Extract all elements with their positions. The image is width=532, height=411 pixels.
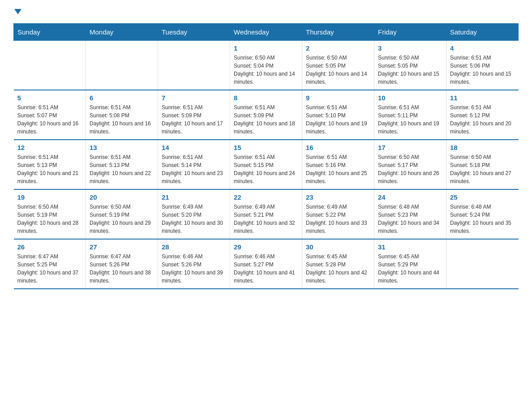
calendar-body: 1Sunrise: 6:50 AMSunset: 5:04 PMDaylight… (14, 41, 519, 289)
calendar-cell: 26Sunrise: 6:47 AMSunset: 5:25 PMDayligh… (14, 239, 86, 289)
calendar-cell: 15Sunrise: 6:51 AMSunset: 5:15 PMDayligh… (230, 140, 302, 189)
calendar-cell: 6Sunrise: 6:51 AMSunset: 5:08 PMDaylight… (86, 90, 158, 140)
calendar-cell: 1Sunrise: 6:50 AMSunset: 5:04 PMDaylight… (230, 41, 302, 90)
day-number: 3 (378, 44, 442, 52)
day-number: 6 (90, 94, 154, 102)
day-number: 19 (17, 193, 82, 201)
calendar-cell (86, 41, 158, 90)
day-info: Sunrise: 6:46 AMSunset: 5:26 PMDaylight:… (162, 253, 226, 285)
day-header-sunday: Sunday (14, 24, 86, 41)
day-number: 26 (17, 243, 82, 251)
day-info: Sunrise: 6:51 AMSunset: 5:09 PMDaylight:… (234, 103, 298, 136)
day-number: 22 (234, 193, 298, 201)
day-number: 28 (162, 243, 226, 251)
day-number: 2 (306, 44, 370, 52)
calendar-week-row: 19Sunrise: 6:50 AMSunset: 5:19 PMDayligh… (14, 189, 519, 239)
day-info: Sunrise: 6:45 AMSunset: 5:29 PMDaylight:… (378, 253, 442, 285)
day-info: Sunrise: 6:51 AMSunset: 5:08 PMDaylight:… (90, 103, 154, 136)
day-info: Sunrise: 6:50 AMSunset: 5:04 PMDaylight:… (234, 54, 298, 86)
day-number: 11 (450, 94, 515, 102)
day-number: 13 (90, 144, 154, 151)
calendar-cell: 2Sunrise: 6:50 AMSunset: 5:05 PMDaylight… (302, 41, 374, 90)
calendar-cell: 23Sunrise: 6:49 AMSunset: 5:22 PMDayligh… (302, 189, 374, 239)
day-number: 20 (90, 193, 154, 201)
day-number: 23 (306, 193, 370, 201)
calendar-cell: 30Sunrise: 6:45 AMSunset: 5:28 PMDayligh… (302, 239, 374, 289)
day-number: 7 (162, 94, 226, 102)
day-info: Sunrise: 6:50 AMSunset: 5:19 PMDaylight:… (90, 203, 154, 235)
calendar-week-row: 26Sunrise: 6:47 AMSunset: 5:25 PMDayligh… (14, 239, 519, 289)
calendar-cell: 13Sunrise: 6:51 AMSunset: 5:13 PMDayligh… (86, 140, 158, 189)
calendar-cell: 8Sunrise: 6:51 AMSunset: 5:09 PMDaylight… (230, 90, 302, 140)
calendar-cell: 31Sunrise: 6:45 AMSunset: 5:29 PMDayligh… (374, 239, 446, 289)
calendar-cell: 25Sunrise: 6:48 AMSunset: 5:24 PMDayligh… (446, 189, 519, 239)
day-number: 1 (234, 44, 298, 52)
day-header-saturday: Saturday (446, 24, 519, 41)
day-number: 4 (450, 44, 515, 52)
day-header-monday: Monday (86, 24, 158, 41)
day-header-friday: Friday (374, 24, 446, 41)
calendar-cell: 16Sunrise: 6:51 AMSunset: 5:16 PMDayligh… (302, 140, 374, 189)
calendar-cell: 18Sunrise: 6:50 AMSunset: 5:18 PMDayligh… (446, 140, 519, 189)
day-headers-row: SundayMondayTuesdayWednesdayThursdayFrid… (14, 24, 519, 41)
day-info: Sunrise: 6:51 AMSunset: 5:15 PMDaylight:… (234, 153, 298, 185)
day-info: Sunrise: 6:50 AMSunset: 5:18 PMDaylight:… (450, 153, 515, 185)
day-info: Sunrise: 6:50 AMSunset: 5:17 PMDaylight:… (378, 153, 442, 185)
day-info: Sunrise: 6:51 AMSunset: 5:13 PMDaylight:… (17, 153, 82, 185)
day-info: Sunrise: 6:49 AMSunset: 5:21 PMDaylight:… (234, 203, 298, 235)
day-number: 29 (234, 243, 298, 251)
day-number: 27 (90, 243, 154, 251)
day-info: Sunrise: 6:48 AMSunset: 5:24 PMDaylight:… (450, 203, 515, 235)
day-number: 10 (378, 94, 442, 102)
logo (13, 9, 21, 14)
day-info: Sunrise: 6:51 AMSunset: 5:16 PMDaylight:… (306, 153, 370, 185)
day-number: 12 (17, 144, 82, 151)
calendar-cell: 19Sunrise: 6:50 AMSunset: 5:19 PMDayligh… (14, 189, 86, 239)
calendar-header: SundayMondayTuesdayWednesdayThursdayFrid… (14, 24, 519, 41)
calendar-table: SundayMondayTuesdayWednesdayThursdayFrid… (13, 23, 519, 289)
day-header-tuesday: Tuesday (158, 24, 230, 41)
day-number: 21 (162, 193, 226, 201)
logo-triangle-icon (14, 9, 21, 14)
calendar-cell: 24Sunrise: 6:48 AMSunset: 5:23 PMDayligh… (374, 189, 446, 239)
day-number: 14 (162, 144, 226, 151)
calendar-cell: 17Sunrise: 6:50 AMSunset: 5:17 PMDayligh… (374, 140, 446, 189)
day-info: Sunrise: 6:46 AMSunset: 5:27 PMDaylight:… (234, 253, 298, 285)
day-header-thursday: Thursday (302, 24, 374, 41)
day-header-wednesday: Wednesday (230, 24, 302, 41)
day-info: Sunrise: 6:51 AMSunset: 5:10 PMDaylight:… (306, 103, 370, 136)
calendar-week-row: 1Sunrise: 6:50 AMSunset: 5:04 PMDaylight… (14, 41, 519, 90)
day-info: Sunrise: 6:51 AMSunset: 5:13 PMDaylight:… (90, 153, 154, 185)
day-number: 9 (306, 94, 370, 102)
day-info: Sunrise: 6:47 AMSunset: 5:25 PMDaylight:… (17, 253, 82, 285)
day-info: Sunrise: 6:51 AMSunset: 5:09 PMDaylight:… (162, 103, 226, 136)
calendar-cell: 22Sunrise: 6:49 AMSunset: 5:21 PMDayligh… (230, 189, 302, 239)
day-info: Sunrise: 6:51 AMSunset: 5:06 PMDaylight:… (450, 54, 515, 86)
calendar-cell: 11Sunrise: 6:51 AMSunset: 5:12 PMDayligh… (446, 90, 519, 140)
day-number: 24 (378, 193, 442, 201)
day-number: 8 (234, 94, 298, 102)
day-info: Sunrise: 6:45 AMSunset: 5:28 PMDaylight:… (306, 253, 370, 285)
day-info: Sunrise: 6:50 AMSunset: 5:19 PMDaylight:… (17, 203, 82, 235)
day-number: 16 (306, 144, 370, 151)
calendar-cell: 20Sunrise: 6:50 AMSunset: 5:19 PMDayligh… (86, 189, 158, 239)
day-info: Sunrise: 6:49 AMSunset: 5:20 PMDaylight:… (162, 203, 226, 235)
calendar-cell (446, 239, 519, 289)
day-info: Sunrise: 6:51 AMSunset: 5:12 PMDaylight:… (450, 103, 515, 136)
day-info: Sunrise: 6:49 AMSunset: 5:22 PMDaylight:… (306, 203, 370, 235)
day-number: 15 (234, 144, 298, 151)
day-number: 25 (450, 193, 515, 201)
day-info: Sunrise: 6:48 AMSunset: 5:23 PMDaylight:… (378, 203, 442, 235)
calendar-cell: 21Sunrise: 6:49 AMSunset: 5:20 PMDayligh… (158, 189, 230, 239)
page-header (13, 9, 519, 14)
calendar-week-row: 12Sunrise: 6:51 AMSunset: 5:13 PMDayligh… (14, 140, 519, 189)
calendar-cell: 5Sunrise: 6:51 AMSunset: 5:07 PMDaylight… (14, 90, 86, 140)
calendar-cell: 27Sunrise: 6:47 AMSunset: 5:26 PMDayligh… (86, 239, 158, 289)
calendar-week-row: 5Sunrise: 6:51 AMSunset: 5:07 PMDaylight… (14, 90, 519, 140)
day-number: 30 (306, 243, 370, 251)
day-number: 5 (17, 94, 82, 102)
day-number: 18 (450, 144, 515, 151)
day-number: 31 (378, 243, 442, 251)
day-number: 17 (378, 144, 442, 151)
day-info: Sunrise: 6:47 AMSunset: 5:26 PMDaylight:… (90, 253, 154, 285)
